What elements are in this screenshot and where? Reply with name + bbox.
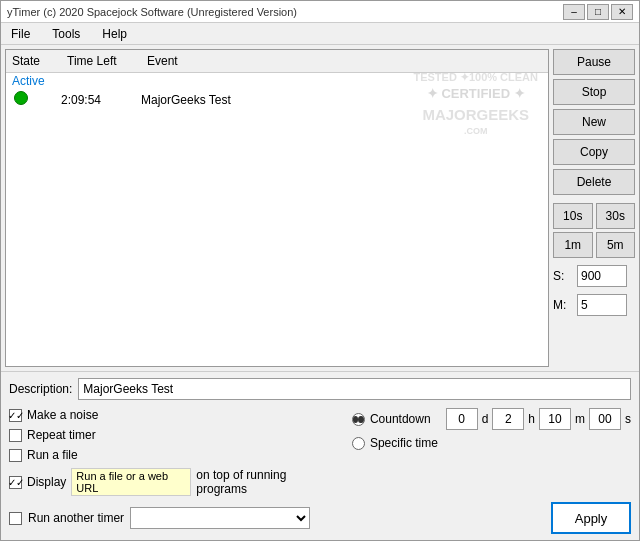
copy-button[interactable]: Copy <box>553 139 635 165</box>
stop-button[interactable]: Stop <box>553 79 635 105</box>
run-another-row: Run another timer <box>9 507 310 529</box>
apply-button[interactable]: Apply <box>551 502 631 534</box>
days-label: d <box>482 412 489 426</box>
description-input[interactable] <box>78 378 631 400</box>
bottom-row: Run another timer Apply <box>9 502 631 534</box>
menu-bar: File Tools Help <box>1 23 639 45</box>
make-noise-label: Make a noise <box>27 408 98 422</box>
time-days-input[interactable] <box>446 408 478 430</box>
table-row[interactable]: 2:09:54 MajorGeeks Test <box>6 89 548 110</box>
1m-button[interactable]: 1m <box>553 232 593 258</box>
5m-button[interactable]: 5m <box>596 232 636 258</box>
time-minutes-input[interactable] <box>539 408 571 430</box>
menu-file[interactable]: File <box>5 25 36 43</box>
main-area: State Time Left Event Active 2:09:54 Maj… <box>1 45 639 371</box>
s-label: S: <box>553 269 573 283</box>
row-timeleft: 2:09:54 <box>61 93 141 107</box>
display-label: Display <box>27 475 66 489</box>
seconds-label: s <box>625 412 631 426</box>
title-bar: yTimer (c) 2020 Spacejock Software (Unre… <box>1 1 639 23</box>
menu-help[interactable]: Help <box>96 25 133 43</box>
display-checkbox[interactable]: ✓ <box>9 476 22 489</box>
s-row: S: <box>553 265 635 287</box>
col-event: Event <box>141 52 548 70</box>
run-file-label: Run a file <box>27 448 78 462</box>
timer-list-panel: State Time Left Event Active 2:09:54 Maj… <box>5 49 549 367</box>
window-title: yTimer (c) 2020 Spacejock Software (Unre… <box>7 6 297 18</box>
m-row: M: <box>553 294 635 316</box>
quick-buttons: 10s 30s 1m 5m <box>553 203 635 258</box>
repeat-timer-checkbox[interactable] <box>9 429 22 442</box>
repeat-timer-label: Repeat timer <box>27 428 96 442</box>
row-event: MajorGeeks Test <box>141 93 548 107</box>
options-row: ✓ Make a noise Repeat timer Run a file ✓… <box>9 408 631 496</box>
active-label: Active <box>6 73 548 89</box>
specific-time-label: Specific time <box>370 436 438 450</box>
app-window: yTimer (c) 2020 Spacejock Software (Unre… <box>0 0 640 541</box>
checkboxes-col: ✓ Make a noise Repeat timer Run a file ✓… <box>9 408 332 496</box>
col-timeleft: Time Left <box>61 52 141 70</box>
list-header: State Time Left Event <box>6 50 548 73</box>
countdown-label: Countdown <box>370 412 431 426</box>
menu-tools[interactable]: Tools <box>46 25 86 43</box>
status-indicator <box>14 91 28 105</box>
radio-col: Countdown d h m s Specific time <box>352 408 631 496</box>
pause-button[interactable]: Pause <box>553 49 635 75</box>
make-noise-checkbox[interactable]: ✓ <box>9 409 22 422</box>
time-seconds-input[interactable] <box>589 408 621 430</box>
run-file-checkbox[interactable] <box>9 449 22 462</box>
description-row: Description: <box>9 378 631 400</box>
run-another-checkbox[interactable] <box>9 512 22 525</box>
specific-time-row: Specific time <box>352 436 631 450</box>
countdown-row: Countdown d h m s <box>352 408 631 430</box>
minutes-label: m <box>575 412 585 426</box>
10s-button[interactable]: 10s <box>553 203 593 229</box>
run-file-row: Run a file <box>9 448 332 462</box>
time-hours-input[interactable] <box>492 408 524 430</box>
countdown-radio[interactable] <box>352 413 365 426</box>
display-row: ✓ Display Run a file or a web URL on top… <box>9 468 332 496</box>
maximize-button[interactable]: □ <box>587 4 609 20</box>
minimize-button[interactable]: – <box>563 4 585 20</box>
new-button[interactable]: New <box>553 109 635 135</box>
time-fields: d h m s <box>446 408 631 430</box>
30s-button[interactable]: 30s <box>596 203 636 229</box>
delete-button[interactable]: Delete <box>553 169 635 195</box>
sidebar: Pause Stop New Copy Delete 10s 30s 1m 5m… <box>549 45 639 371</box>
run-timer-select[interactable] <box>130 507 310 529</box>
s-input[interactable] <box>577 265 627 287</box>
bottom-panel: Description: ✓ Make a noise Repeat timer… <box>1 371 639 540</box>
specific-time-radio[interactable] <box>352 437 365 450</box>
window-controls: – □ ✕ <box>563 4 633 20</box>
close-button[interactable]: ✕ <box>611 4 633 20</box>
m-input[interactable] <box>577 294 627 316</box>
desc-label: Description: <box>9 382 72 396</box>
hours-label: h <box>528 412 535 426</box>
m-label: M: <box>553 298 573 312</box>
row-state <box>6 91 61 108</box>
tooltip-box: Run a file or a web URL <box>71 468 191 496</box>
run-another-label: Run another timer <box>28 511 124 525</box>
display-on-top-label: on top of running programs <box>196 468 332 496</box>
col-state: State <box>6 52 61 70</box>
repeat-timer-row: Repeat timer <box>9 428 332 442</box>
make-noise-row: ✓ Make a noise <box>9 408 332 422</box>
